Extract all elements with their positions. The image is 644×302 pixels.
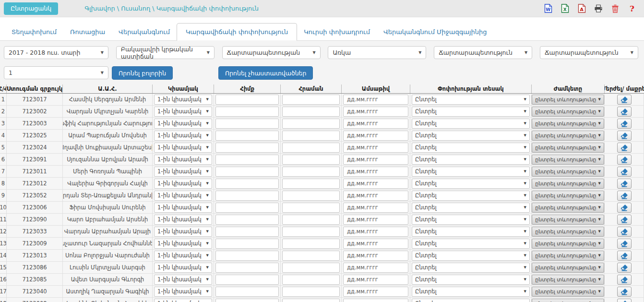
order-input[interactable] xyxy=(282,119,340,129)
print-icon[interactable] xyxy=(594,4,603,13)
duration-select[interactable]: ընտրել տևողությունը▼ xyxy=(532,263,604,273)
semester-select[interactable]: 1-ին կիսամյակ▼ xyxy=(154,131,212,141)
date-input[interactable]: дд.мм.гггг xyxy=(343,251,408,261)
order-input[interactable] xyxy=(282,263,340,273)
clear-row-button[interactable] xyxy=(617,155,632,165)
faculty-select[interactable]: Ճարտարապետության ▼ xyxy=(222,46,321,59)
change-type-select[interactable]: Ընտրել▼ xyxy=(412,203,530,213)
semester-select[interactable]: 1-ին կիսամյակ▼ xyxy=(154,215,212,225)
semester-select[interactable]: 1-ին կիսամյակ▼ xyxy=(154,167,212,177)
duration-select[interactable]: ընտրել տևողությունը▼ xyxy=(532,179,604,189)
change-type-select[interactable]: Ընտրել▼ xyxy=(412,239,530,249)
pdf-export-icon[interactable]: A xyxy=(577,4,586,13)
duration-select[interactable]: ընտրել տևողությունը▼ xyxy=(532,215,604,225)
date-input[interactable]: дд.мм.гггг xyxy=(343,215,408,225)
basis-input[interactable] xyxy=(215,287,279,297)
menu-button[interactable]: Ընտրացանկ xyxy=(4,2,58,15)
basis-input[interactable] xyxy=(215,95,279,105)
clear-row-button[interactable] xyxy=(617,191,632,201)
order-input[interactable] xyxy=(282,155,340,165)
duration-select[interactable]: ընտրել տևողությունը▼ xyxy=(532,131,604,141)
duration-select[interactable]: ընտրել տևողությունը▼ xyxy=(532,203,604,213)
change-type-select[interactable]: Ընտրել▼ xyxy=(412,131,530,141)
order-input[interactable] xyxy=(282,251,340,261)
order-input[interactable] xyxy=(282,191,340,201)
semester-select[interactable]: 1-ին կիսամյակ▼ xyxy=(154,251,212,261)
date-input[interactable]: дд.мм.гггг xyxy=(343,203,408,213)
order-input[interactable] xyxy=(282,203,340,213)
semester-select[interactable]: 1-ին կիսամյակ▼ xyxy=(154,119,212,129)
date-input[interactable]: дд.мм.гггг xyxy=(343,155,408,165)
change-type-select[interactable]: Ընտրել▼ xyxy=(412,191,530,201)
basis-input[interactable] xyxy=(215,227,279,237)
basis-input[interactable] xyxy=(215,131,279,141)
tab-course-promotion[interactable]: Կուրսի փոխադրում xyxy=(297,24,377,40)
semester-select[interactable]: 1-ին կիսամյակ▼ xyxy=(154,155,212,165)
date-input[interactable]: дд.мм.гггг xyxy=(343,263,408,273)
order-input[interactable] xyxy=(282,215,340,225)
duration-select[interactable]: ընտրել տևողությունը▼ xyxy=(532,167,604,177)
change-type-select[interactable]: Ընտրել▼ xyxy=(412,251,530,261)
date-input[interactable]: дд.мм.гггг xyxy=(343,167,408,177)
education-form-select[interactable]: Առկա ▼ xyxy=(328,46,426,59)
profession-select[interactable]: Ճարտարապետություն ▼ xyxy=(434,46,532,59)
change-type-select[interactable]: Ընտրել▼ xyxy=(412,299,530,302)
date-input[interactable]: дд.мм.гггг xyxy=(343,287,408,297)
basis-input[interactable] xyxy=(215,263,279,273)
word-export-icon[interactable]: W xyxy=(544,4,552,13)
semester-select[interactable]: 1-ին կիսամյակ▼ xyxy=(154,203,212,213)
clear-row-button[interactable] xyxy=(617,143,632,153)
basis-input[interactable] xyxy=(215,299,279,302)
semester-select[interactable]: 1-ին կիսամյակ▼ xyxy=(154,263,212,273)
basis-input[interactable] xyxy=(215,251,279,261)
date-input[interactable]: дд.мм.гггг xyxy=(343,299,408,302)
academic-year-select[interactable]: 2017 - 2018 ուս. տարի ▼ xyxy=(4,46,108,59)
clear-row-button[interactable] xyxy=(617,203,632,213)
order-input[interactable] xyxy=(282,179,340,189)
order-input[interactable] xyxy=(282,275,340,285)
duration-select[interactable]: ընտրել տևողությունը▼ xyxy=(532,275,604,285)
change-type-select[interactable]: Ընտրել▼ xyxy=(412,95,530,105)
excel-export-icon[interactable]: X xyxy=(561,4,569,13)
duration-select[interactable]: ընտրել տևողությունը▼ xyxy=(532,143,604,153)
order-input[interactable] xyxy=(282,287,340,297)
change-type-select[interactable]: Ընտրել▼ xyxy=(412,227,530,237)
order-input[interactable] xyxy=(282,239,340,249)
duration-select[interactable]: ընտրել տևողությունը▼ xyxy=(532,191,604,201)
clear-row-button[interactable] xyxy=(617,251,632,261)
change-type-select[interactable]: Ընտրել▼ xyxy=(412,167,530,177)
clear-row-button[interactable] xyxy=(617,239,632,249)
search-unconfirmed-button[interactable]: Որոնել չհաստատվածներ xyxy=(218,66,313,80)
date-input[interactable]: дд.мм.гггг xyxy=(343,179,408,189)
order-input[interactable] xyxy=(282,131,340,141)
basis-input[interactable] xyxy=(215,143,279,153)
date-input[interactable]: дд.мм.гггг xyxy=(343,227,408,237)
change-type-select[interactable]: Ընտրել▼ xyxy=(412,179,530,189)
order-input[interactable] xyxy=(282,143,340,153)
semester-select[interactable]: 1-ին կիսամյակ▼ xyxy=(154,287,212,297)
change-type-select[interactable]: Ընտրել▼ xyxy=(412,215,530,225)
tab-transfer[interactable]: Տեղափոխում xyxy=(5,24,63,40)
semester-select[interactable]: 1-ին կիսամյակ▼ xyxy=(154,299,212,302)
date-input[interactable]: дд.мм.гггг xyxy=(343,107,408,117)
clear-row-button[interactable] xyxy=(617,287,632,297)
date-input[interactable]: дд.мм.гггг xyxy=(343,191,408,201)
clear-row-button[interactable] xyxy=(617,227,632,237)
semester-select[interactable]: 1-ին կիսամյակ▼ xyxy=(154,95,212,105)
clear-row-button[interactable] xyxy=(617,107,632,117)
date-input[interactable]: дд.мм.гггг xyxy=(343,95,408,105)
specialization-select[interactable]: Ճարտարապետություն ▼ xyxy=(540,46,638,59)
clear-row-button[interactable] xyxy=(617,179,632,189)
semester-select[interactable]: 1-ին կիսամյակ▼ xyxy=(154,239,212,249)
semester-select[interactable]: 1-ին կիսամյակ▼ xyxy=(154,179,212,189)
delete-icon[interactable] xyxy=(611,4,620,13)
change-type-select[interactable]: Ընտրել▼ xyxy=(412,263,530,273)
order-input[interactable] xyxy=(282,227,340,237)
basis-input[interactable] xyxy=(215,155,279,165)
help-icon[interactable]: ? xyxy=(628,4,636,13)
semester-select[interactable]: 1-ին կիսամյակ▼ xyxy=(154,191,212,201)
course-select[interactable]: 1 ▼ xyxy=(4,66,108,79)
change-type-select[interactable]: Ընտրել▼ xyxy=(412,143,530,153)
basis-input[interactable] xyxy=(215,275,279,285)
change-type-select[interactable]: Ընտրել▼ xyxy=(412,275,530,285)
